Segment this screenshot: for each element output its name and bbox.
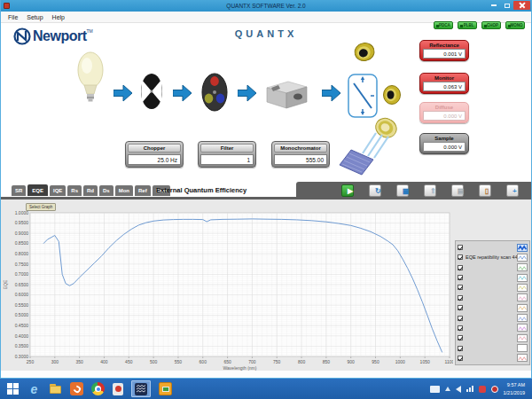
- tab-rd[interactable]: Rd: [83, 185, 98, 196]
- menu-item-setup[interactable]: Setup: [22, 14, 47, 20]
- flow-arrow-icon: [322, 84, 341, 106]
- svg-text:0.5500: 0.5500: [15, 302, 29, 308]
- select-graph-button[interactable]: Select Graph: [26, 203, 56, 211]
- legend-plot-style-icon[interactable]: [517, 344, 528, 352]
- run-icon[interactable]: ▶: [341, 184, 354, 197]
- titlebar[interactable]: QUANTX SOFTWARE Ver. 2.0: [1, 0, 531, 12]
- status-button-mono[interactable]: MONO: [505, 21, 525, 29]
- svg-text:450: 450: [125, 359, 133, 364]
- solar-cell-icon: [339, 148, 374, 180]
- clipboard-icon[interactable]: ▯: [479, 184, 491, 197]
- notification-icon[interactable]: [479, 386, 486, 393]
- svg-text:650: 650: [223, 359, 231, 364]
- legend-plot-style-icon[interactable]: [517, 263, 528, 271]
- network-icon[interactable]: [466, 386, 473, 392]
- legend-checkbox[interactable]: [458, 325, 463, 331]
- svg-text:850: 850: [323, 359, 331, 364]
- status-button-chop[interactable]: CHOP: [481, 21, 501, 29]
- clock-time: 9:57 AM: [504, 381, 525, 388]
- legend-checkbox[interactable]: [458, 295, 463, 301]
- refresh-icon[interactable]: ↻: [369, 184, 381, 197]
- legend-checkbox[interactable]: [458, 265, 463, 270]
- chopper-control: Chopper 25.0 Hz: [125, 141, 184, 168]
- menu-item-help[interactable]: Help: [48, 14, 69, 20]
- svg-text:0.9500: 0.9500: [15, 220, 29, 225]
- filter-value-field[interactable]: 1: [200, 154, 254, 165]
- volume-icon[interactable]: [456, 386, 461, 393]
- menu-item-file[interactable]: File: [4, 14, 22, 20]
- filter-control: Filter 1: [198, 141, 256, 168]
- legend-checkbox[interactable]: [458, 245, 463, 250]
- tab-eqe[interactable]: EQE: [27, 184, 48, 196]
- legend-plot-style-icon[interactable]: [517, 293, 528, 301]
- legend-plot-style-icon[interactable]: [517, 254, 528, 262]
- legend-plot-style-icon[interactable]: [517, 284, 528, 292]
- tab-rs[interactable]: Rs: [67, 185, 82, 196]
- legend-checkbox[interactable]: [458, 254, 463, 260]
- legend-row: [458, 283, 528, 292]
- svg-text:1000: 1000: [395, 359, 405, 364]
- svg-text:350: 350: [75, 359, 83, 364]
- ie-glyph: e: [31, 383, 38, 395]
- legend-row: EQE repatibility scan 44: [458, 253, 528, 262]
- tab-iqe[interactable]: IQE: [50, 185, 66, 196]
- print-icon[interactable]: ▤: [451, 184, 464, 197]
- legend-checkbox[interactable]: [458, 285, 463, 290]
- internet-explorer-icon[interactable]: e: [27, 382, 41, 395]
- chopper-value-field[interactable]: 25.0 Hz: [128, 154, 181, 165]
- diffuse-readout: Diffuse 0.000 V: [419, 102, 469, 123]
- instrument-status-buttons: PDCAPLBLCHOPMONO: [434, 21, 525, 29]
- upload-icon[interactable]: ⇑: [424, 184, 436, 197]
- start-button[interactable]: [6, 382, 20, 395]
- legend-checkbox[interactable]: [458, 305, 463, 310]
- legend-plot-style-icon[interactable]: [517, 354, 528, 362]
- add-icon[interactable]: +: [506, 184, 519, 197]
- monochromator-control: Monochromator 555.00: [271, 141, 330, 168]
- legend-checkbox[interactable]: [458, 275, 463, 280]
- svg-text:750: 750: [273, 359, 281, 364]
- show-hidden-icons[interactable]: [445, 387, 450, 391]
- tab-strip: SREQEIQERsRdDsMonRefSam External Quantum…: [1, 182, 531, 200]
- newport-logo-icon: [13, 27, 33, 45]
- monochromator-value-field[interactable]: 555.00: [274, 154, 327, 165]
- legend-checkbox[interactable]: [458, 316, 463, 321]
- legend-plot-style-icon[interactable]: [517, 304, 528, 312]
- monochromator-icon: [263, 80, 309, 113]
- legend-plot-style-icon[interactable]: [517, 334, 528, 342]
- tab-sr[interactable]: SR: [12, 185, 26, 196]
- legend-plot-style-icon[interactable]: [517, 314, 528, 322]
- status-button-plbl[interactable]: PLBL: [458, 21, 477, 29]
- svg-text:0.8000: 0.8000: [15, 251, 29, 256]
- quantx-taskbar-button[interactable]: [131, 380, 151, 397]
- tab-mon[interactable]: Mon: [115, 185, 133, 196]
- tab-ds[interactable]: Ds: [99, 185, 113, 196]
- legend-checkbox[interactable]: [458, 356, 463, 361]
- brand-trademark: TM: [87, 28, 93, 34]
- action-center-icon[interactable]: [491, 386, 498, 393]
- legend-plot-style-icon[interactable]: [517, 274, 528, 282]
- media-app-icon[interactable]: [113, 383, 123, 395]
- legend-row: [458, 314, 528, 323]
- reflectance-readout: Reflectance 0.001 V: [419, 40, 469, 61]
- touch-keyboard-icon[interactable]: [430, 386, 440, 393]
- status-button-pdca[interactable]: PDCA: [434, 21, 453, 29]
- minimize-button[interactable]: [487, 1, 500, 10]
- legend-row: [458, 293, 528, 302]
- close-button[interactable]: [513, 1, 530, 10]
- legend-label: EQE repatibility scan 44: [466, 254, 517, 260]
- tab-ref[interactable]: Ref: [135, 185, 151, 196]
- legend-checkbox[interactable]: [458, 335, 463, 340]
- maximize-button[interactable]: [500, 1, 513, 10]
- system-clock[interactable]: 9:57 AM 1/21/2019: [504, 381, 525, 396]
- phone-app-icon[interactable]: [70, 382, 83, 395]
- detector-reflectance-icon: [353, 41, 378, 66]
- svg-text:0.6500: 0.6500: [15, 282, 29, 287]
- legend-plot-style-icon[interactable]: [517, 324, 528, 332]
- svg-text:250: 250: [27, 359, 35, 364]
- chrome-icon[interactable]: [91, 382, 105, 395]
- save-icon[interactable]: ▦: [396, 184, 409, 197]
- labview-icon[interactable]: [159, 382, 172, 395]
- legend-plot-style-icon[interactable]: [517, 244, 528, 252]
- legend-checkbox[interactable]: [458, 346, 463, 351]
- file-explorer-icon[interactable]: [49, 382, 62, 395]
